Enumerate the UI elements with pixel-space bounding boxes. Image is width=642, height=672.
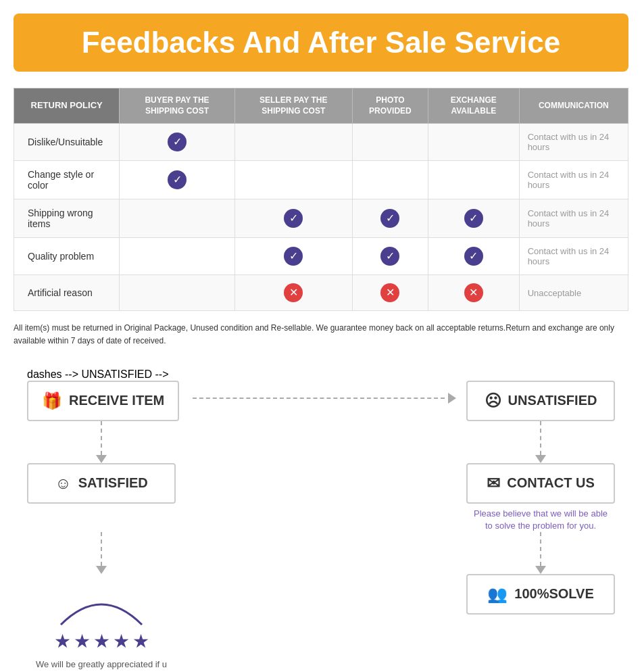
col-communication: COMMUNICATION xyxy=(519,89,628,124)
contact-subtext: Please believe that we will be able to s… xyxy=(473,508,608,532)
policy-label: Artificial reason xyxy=(14,275,120,311)
check-icon: ✓ xyxy=(284,247,303,266)
star-3: ★ xyxy=(93,630,110,652)
left-down-arrow2 xyxy=(27,532,176,574)
check-icon: ✓ xyxy=(464,209,483,228)
notice-text: All item(s) must be returned in Original… xyxy=(14,322,628,347)
right-down-arrow2 xyxy=(466,532,615,574)
check-icon: ✓ xyxy=(168,170,187,189)
left-v-line2 xyxy=(101,532,102,566)
solve-box: 👥 100%SOLVE xyxy=(466,574,615,615)
table-row: Shipping wrong items ✓ ✓ ✓ Contact with … xyxy=(14,199,628,238)
star-1: ★ xyxy=(54,630,71,652)
stars-row: ★ ★ ★ ★ ★ xyxy=(54,630,149,652)
left-arrow-down2 xyxy=(96,566,107,574)
table-row: Artificial reason ✕ ✕ ✕ Unacceptable xyxy=(14,275,628,311)
seller-pay-cell: ✓ xyxy=(234,238,352,275)
right-v-line2 xyxy=(540,532,541,566)
right-down-arrow xyxy=(466,421,615,463)
buyer-pay-cell: ✓ xyxy=(120,124,234,161)
cross-icon: ✕ xyxy=(284,283,303,302)
photo-cell: ✓ xyxy=(352,238,428,275)
header-banner: Feedbacks And After Sale Service xyxy=(14,14,628,72)
buyer-pay-cell xyxy=(120,238,234,275)
check-icon: ✓ xyxy=(380,247,399,266)
unsatisfied-box: ☹ UNSATISFIED xyxy=(466,381,615,421)
check-icon: ✓ xyxy=(464,247,483,266)
photo-cell xyxy=(352,124,428,161)
communication-cell: Contact with us in 24 hours xyxy=(519,238,628,275)
exchange-cell: ✕ xyxy=(428,275,520,311)
star-2: ★ xyxy=(74,630,91,652)
left-down-arrow xyxy=(27,421,176,463)
communication-cell: Contact with us in 24 hours xyxy=(519,199,628,238)
photo-cell xyxy=(352,161,428,199)
exchange-cell xyxy=(428,161,520,199)
solve-label: 100%SOLVE xyxy=(514,586,593,602)
left-v-line xyxy=(101,421,102,455)
seller-pay-cell xyxy=(234,161,352,199)
flow-bottom-row: ★ ★ ★ ★ ★ We will be greatly appreciated… xyxy=(27,574,615,672)
satisfied-box: ☺ SATISFIED xyxy=(27,463,176,504)
page-title: Feedbacks And After Sale Service xyxy=(34,26,608,59)
seller-pay-cell xyxy=(234,124,352,161)
cross-icon: ✕ xyxy=(380,283,399,302)
flow-arrows-row2 xyxy=(27,532,615,574)
arc-svg xyxy=(54,581,149,628)
flow-top-row: 🎁 RECEIVE ITEM ☹ UNSATISFIED xyxy=(27,381,615,421)
table-row: Dislike/Unsuitable ✓ Contact with us in … xyxy=(14,124,628,161)
policy-label: Change style or color xyxy=(14,161,120,199)
gift-icon: 🎁 xyxy=(42,391,62,410)
right-arrow-down xyxy=(535,455,546,463)
spacer xyxy=(176,421,466,463)
flow-diagram: dashes --> UNSATISFIED --> 🎁 RECEIVE ITE… xyxy=(14,368,628,672)
buyer-pay-cell xyxy=(120,275,234,311)
arrow-right xyxy=(448,393,456,404)
col-exchange: EXCHANGE AVAILABLE xyxy=(428,89,520,124)
communication-cell: Contact with us in 24 hours xyxy=(519,161,628,199)
exchange-cell: ✓ xyxy=(428,238,520,275)
flow-middle-row: ☺ SATISFIED ✉ CONTACT US Please believe … xyxy=(27,463,615,532)
right-v-line xyxy=(540,421,541,455)
table-row: Quality problem ✓ ✓ ✓ Contact with us in… xyxy=(14,238,628,275)
h-dashed-line xyxy=(193,398,445,399)
policy-label: Quality problem xyxy=(14,238,120,275)
right-arrow-down2 xyxy=(535,566,546,574)
star-4: ★ xyxy=(113,630,130,652)
contact-us-box: ✉ CONTACT US xyxy=(466,463,615,504)
buyer-pay-cell xyxy=(120,199,234,238)
receive-item-box: 🎁 RECEIVE ITEM xyxy=(27,381,179,421)
seller-pay-cell: ✓ xyxy=(234,199,352,238)
stars-section: ★ ★ ★ ★ ★ We will be greatly appreciated… xyxy=(27,581,176,672)
check-icon: ✓ xyxy=(284,209,303,228)
return-policy-table: RETURN POLICY BUYER PAY THE SHIPPING COS… xyxy=(14,88,628,311)
left-arrow-down xyxy=(96,455,107,463)
unsatisfied-label: UNSATISFIED xyxy=(508,393,597,408)
stars-text: We will be greatly appreciated if u can … xyxy=(34,658,169,672)
spacer2 xyxy=(176,532,466,574)
table-row: Change style or color ✓ Contact with us … xyxy=(14,161,628,199)
cross-icon: ✕ xyxy=(464,283,483,302)
unsatisfied-icon: ☹ xyxy=(485,391,501,410)
communication-cell: Unacceptable xyxy=(519,275,628,311)
check-icon: ✓ xyxy=(168,133,187,151)
col-photo: PHOTO PROVIDED xyxy=(352,89,428,124)
col-return-policy: RETURN POLICY xyxy=(14,89,120,124)
mail-icon: ✉ xyxy=(487,474,500,493)
photo-cell: ✕ xyxy=(352,275,428,311)
satisfied-icon: ☺ xyxy=(55,474,72,493)
policy-label: Dislike/Unsuitable xyxy=(14,124,120,161)
stars-arc xyxy=(54,581,149,628)
return-policy-table-section: RETURN POLICY BUYER PAY THE SHIPPING COS… xyxy=(14,88,628,311)
contact-us-label: CONTACT US xyxy=(507,475,595,491)
col-seller-pay: SELLER PAY THE SHIPPING COST xyxy=(234,89,352,124)
check-icon: ✓ xyxy=(380,209,399,228)
flow-arrows-row xyxy=(27,421,615,463)
receive-item-label: RECEIVE ITEM xyxy=(69,393,164,408)
buyer-pay-cell: ✓ xyxy=(120,161,234,199)
exchange-cell xyxy=(428,124,520,161)
col-buyer-pay: BUYER PAY THE SHIPPING COST xyxy=(120,89,234,124)
h-arrow xyxy=(179,381,466,404)
satisfied-label: SATISFIED xyxy=(78,475,148,491)
people-icon: 👥 xyxy=(487,585,508,604)
